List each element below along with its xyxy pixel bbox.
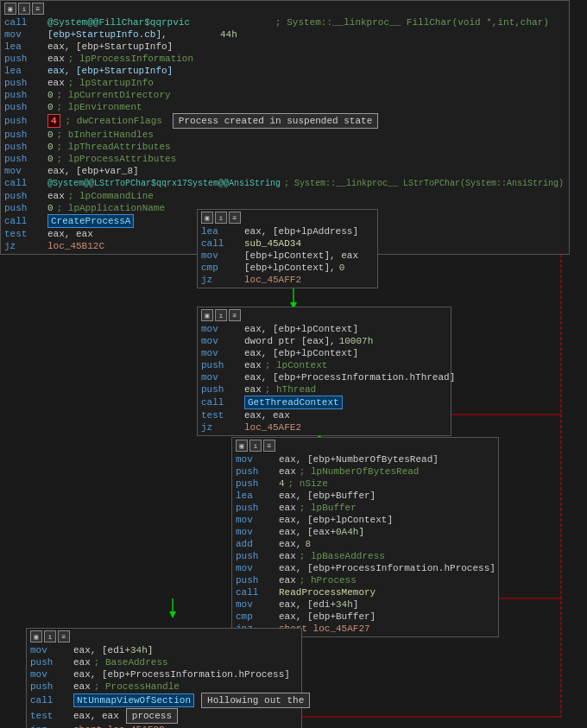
b3-call-getthread: call GetThreadContext — [201, 396, 447, 409]
op-eax4: eax — [47, 190, 65, 202]
b4-op-ctx: eax, [ebp+lpContext] — [279, 514, 393, 526]
op-0-app: 0 — [47, 202, 54, 214]
b4-instr-add: add — [236, 538, 279, 550]
instr-push1: push — [4, 53, 47, 65]
b3-op-jz: loc_45AFE2 — [244, 421, 301, 434]
b4-push-hproc: push eax ; hProcess — [236, 574, 495, 586]
instr-push6: push — [4, 129, 47, 141]
b3-push-ctx: push eax ; lpContext — [201, 359, 447, 371]
b4-op-close2: ] — [353, 598, 359, 611]
instr-push4: push — [4, 101, 47, 113]
b4-op-34h: 34h — [336, 598, 353, 611]
op-0-env: 0 — [47, 101, 54, 113]
b5-instr-mov1: mov — [30, 644, 73, 656]
instr-push10: push — [4, 202, 47, 214]
op-eax2: eax — [47, 53, 65, 65]
b4-comment-lpbuf: ; lpBuffer — [300, 502, 357, 514]
b4-instr-push5: push — [236, 574, 279, 586]
b3-push-hthread: push eax ; hThread — [201, 383, 447, 396]
b2-cmp: cmp [ebp+lpContext], 0 — [201, 262, 374, 274]
line-push-0-inherit: push 0 ; bInheritHandles — [4, 129, 565, 141]
b4-instr-mov2: mov — [236, 514, 279, 526]
b4-instr-push2: push — [236, 478, 279, 490]
block-5: ▣ i ≡ mov eax, [edi+34h] push eax ; Base… — [26, 628, 302, 728]
main-canvas: ▣ i ≡ call @System@@FillChar$qqrpvic ; S… — [0, 0, 587, 728]
b4-mov-edi34: mov eax, [edi+34h] — [236, 598, 495, 611]
icon-cpu4: ▣ — [236, 440, 248, 452]
comment-appname: ; lpApplicationName — [57, 202, 165, 214]
b5-op-push1: eax — [73, 656, 91, 668]
line-call-fillchar: call @System@@FillChar$qqrpvic ; System:… — [4, 16, 565, 28]
b2-op-jz: loc_45AFF2 — [244, 274, 301, 286]
instr-mov1: mov — [4, 28, 47, 41]
b4-op-push3: eax — [279, 502, 296, 514]
op-44h: 44h — [220, 28, 237, 41]
b3-instr-push1: push — [201, 359, 244, 371]
line-call-lstrtopcahr: call @System@@LStrToPChar$qqrx17System@@… — [4, 177, 565, 190]
b4-instr-mov4: mov — [236, 562, 279, 574]
b5-jnz: jnz short loc_45AF0C — [30, 724, 298, 728]
b3-instr-test: test — [201, 409, 244, 421]
instr-lea1: lea — [4, 41, 47, 53]
op-test1: eax, eax — [47, 228, 93, 240]
line-push-eax2: push eax ; lpStartupInfo — [4, 77, 565, 89]
b4-op-push1: eax — [279, 465, 296, 478]
b4-comment-nsize: ; nSize — [288, 478, 328, 490]
icon-info2: i — [215, 212, 227, 224]
b3-op-mov3: eax, [ebp+lpContext] — [244, 347, 358, 359]
b5-mov-hproc: mov eax, [ebp+ProcessInformation.hProces… — [30, 668, 298, 681]
line-lea-startup: lea eax, [ebp+StartupInfo] — [4, 41, 565, 53]
b5-instr-push2: push — [30, 681, 73, 693]
b5-instr-jnz: jnz — [30, 724, 73, 728]
b3-instr-jz: jz — [201, 421, 244, 434]
b4-push-buf: push eax ; lpBuffer — [236, 502, 495, 514]
icon-info4: i — [249, 440, 262, 452]
b4-instr-lea: lea — [236, 490, 279, 502]
op-var8: eax, [ebp+var_8] — [47, 165, 139, 177]
op-0-curdir: 0 — [47, 89, 54, 101]
instr-lea2: lea — [4, 65, 47, 77]
op-cb: [ebp+StartupInfo.cb], — [47, 28, 220, 41]
b2-instr-lea: lea — [201, 225, 244, 237]
b4-op-eax0a4: eax, [eax+ — [279, 526, 336, 538]
line-push-eax1: push eax ; lpProcessInformation — [4, 53, 565, 65]
b4-mov-ctx: mov eax, [ebp+lpContext] — [236, 514, 495, 526]
tooltip-hollow: Hollowing out the — [201, 693, 310, 708]
b3-instr-mov2: mov — [201, 335, 244, 347]
b4-instr-push3: push — [236, 502, 279, 514]
icon-list3: ≡ — [229, 309, 241, 321]
line-mov-cb: mov [ebp+StartupInfo.cb], 44h — [4, 28, 565, 41]
icon-cpu2: ▣ — [201, 212, 213, 224]
b2-instr-jz: jz — [201, 274, 244, 286]
op-createprocess: CreateProcessA — [47, 214, 134, 228]
instr-push2: push — [4, 77, 47, 89]
b3-jz: jz loc_45AFE2 — [201, 421, 447, 434]
icon-cpu5: ▣ — [30, 630, 42, 643]
instr-call3: call — [4, 215, 47, 227]
line-push-0-proc: push 0 ; lpProcessAttributes — [4, 153, 565, 165]
b3-mov-hthread: mov eax, [ebp+ProcessInformation.hThread… — [201, 371, 447, 383]
b3-test: test eax, eax — [201, 409, 447, 421]
b4-instr-call: call — [236, 586, 279, 598]
icon-cpu3: ▣ — [201, 309, 213, 321]
b5-op-hproc: eax, [ebp+ProcessInformation.hProcess] — [73, 668, 290, 681]
b2-jz: jz loc_45AFF2 — [201, 274, 374, 286]
line-push-4-flags: push 4 ; dwCreationFlags Process created… — [4, 113, 565, 129]
b5-op-close1: ] — [148, 644, 154, 656]
icon-cpu: ▣ — [4, 3, 16, 15]
icon-info5: i — [44, 630, 56, 643]
b3-mov3: mov eax, [ebp+lpContext] — [201, 347, 447, 359]
b3-op-hthread: eax, [ebp+ProcessInformation.hThread] — [244, 371, 455, 383]
b5-comment-base: ; BaseAddress — [94, 656, 168, 668]
b4-op-add: eax, — [279, 538, 301, 550]
b4-comment-hproc: ; hProcess — [300, 574, 357, 586]
b2-op-sub: sub_45AD34 — [244, 237, 301, 250]
line-push-0-env: push 0 ; lpEnvironment — [4, 101, 565, 113]
comment-env: ; lpEnvironment — [57, 101, 142, 113]
b4-instr-mov1: mov — [236, 453, 279, 465]
b2-op-cmp1: [ebp+lpContext], — [244, 262, 336, 274]
b5-op-test: eax, eax — [73, 710, 119, 722]
icon-list: ≡ — [32, 3, 44, 15]
svg-marker-7 — [169, 611, 176, 618]
b3-op-push1: eax — [244, 359, 262, 371]
